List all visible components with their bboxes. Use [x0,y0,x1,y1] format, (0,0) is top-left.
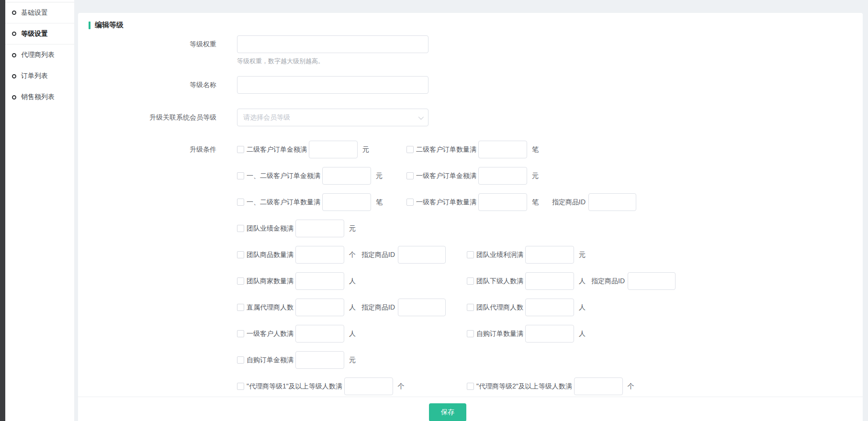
product-id-label: 指定商品ID [361,251,395,259]
member-level-placeholder: 请选择会员等级 [243,113,290,122]
edit-level-panel: 编辑等级 等级权重 等级权重，数字越大级别越高。 等级名称 升级关联系统会员等级… [78,13,863,421]
form-row-conditions: 升级条件 二级客户订单金额满 元 二级客户订单数量满 [89,141,863,397]
condition-checkbox[interactable] [237,383,244,390]
condition-value-input[interactable] [322,167,371,185]
circle-icon [12,53,16,57]
form-footer: 保存 [78,397,863,421]
condition-value-input[interactable] [574,377,623,395]
product-id-label: 指定商品ID [361,303,395,312]
condition-checkbox[interactable] [467,330,474,337]
condition-checkbox[interactable] [237,146,244,153]
product-id-input[interactable] [588,193,636,211]
condition-value-input[interactable] [525,299,574,316]
condition-row: 二级客户订单金额满 元 二级客户订单数量满 笔 [237,141,676,158]
condition-value-input[interactable] [525,325,574,343]
condition-value-input[interactable] [295,246,344,264]
save-button[interactable]: 保存 [429,403,466,421]
condition-unit: 个 [398,382,405,391]
condition-label: 直属代理商人数 [247,303,293,312]
condition-unit: 元 [349,356,356,365]
condition-unit: 笔 [532,145,539,154]
condition-item: 团队商品数量满 个 指定商品ID [237,246,467,264]
condition-label: "代理商等级1"及以上等级人数满 [247,382,342,391]
condition-unit: 个 [349,251,356,259]
condition-label: "代理商等级2"及以上等级人数满 [476,382,572,391]
sidebar-item-sales-list[interactable]: 销售额列表 [5,87,74,108]
condition-row: 自购订单金额满 元 [237,351,676,369]
condition-checkbox[interactable] [237,199,244,206]
condition-unit: 元 [376,172,383,180]
product-id-input[interactable] [398,246,446,264]
condition-unit: 人 [579,277,586,286]
condition-value-input[interactable] [478,167,527,185]
condition-value-input[interactable] [295,220,344,237]
member-level-select[interactable]: 请选择会员等级 [237,109,428,126]
condition-label: 一、二级客户订单金额满 [247,172,320,180]
condition-unit: 人 [579,303,586,312]
accent-bar-icon [89,22,90,29]
condition-row: 一、二级客户订单金额满 元 一级客户订单金额满 元 [237,167,676,185]
condition-item: 团队业绩金额满 元 [237,220,467,237]
condition-checkbox[interactable] [237,330,244,337]
condition-unit: 元 [362,145,369,154]
condition-row: 团队商家数量满 人 团队下级人数满 人 指定商品ID [237,272,676,290]
sidebar-item-label: 订单列表 [21,72,48,80]
product-id-label: 指定商品ID [552,198,586,207]
condition-checkbox[interactable] [237,356,244,364]
condition-value-input[interactable] [344,377,393,395]
condition-unit: 人 [579,330,586,338]
condition-checkbox[interactable] [237,225,244,232]
condition-checkbox[interactable] [467,304,474,311]
condition-item: 团队下级人数满 人 指定商品ID [467,272,676,290]
condition-checkbox[interactable] [406,199,414,206]
condition-unit: 元 [349,224,356,233]
sidebar-item-agent-list[interactable]: 代理商列表 [5,44,74,66]
condition-item: 团队代理商人数 人 [467,299,586,316]
condition-checkbox[interactable] [237,251,244,258]
condition-row: 团队商品数量满 个 指定商品ID 团队业绩利润满 元 [237,246,676,264]
product-id-input[interactable] [628,272,676,290]
condition-unit: 笔 [532,198,539,207]
weight-input[interactable] [237,35,428,53]
condition-item: "代理商等级1"及以上等级人数满 个 [237,377,467,395]
member-level-label: 升级关联系统会员等级 [89,109,237,126]
circle-icon [12,11,16,15]
sidebar-item-level-settings[interactable]: 等级设置 [5,23,74,44]
sidebar-item-basic-settings[interactable]: 基础设置 [5,2,74,23]
condition-label: 团队商家数量满 [247,277,293,286]
condition-item: 一、二级客户订单数量满 笔 [237,193,406,211]
condition-checkbox[interactable] [406,172,414,179]
condition-row: "代理商等级1"及以上等级人数满 个 "代理商等级2"及以上等级人数满 个 [237,377,676,395]
condition-label: 二级客户订单数量满 [416,145,476,154]
edit-level-form: 编辑等级 等级权重 等级权重，数字越大级别越高。 等级名称 升级关联系统会员等级… [78,13,863,397]
condition-label: 一、二级客户订单数量满 [247,198,320,207]
condition-checkbox[interactable] [467,383,474,390]
weight-hint: 等级权重，数字越大级别越高。 [237,57,428,66]
condition-value-input[interactable] [322,193,371,211]
condition-value-input[interactable] [295,272,344,290]
condition-checkbox[interactable] [467,251,474,258]
condition-value-input[interactable] [295,325,344,343]
name-input[interactable] [237,76,428,94]
condition-checkbox[interactable] [237,172,244,179]
condition-checkbox[interactable] [406,146,414,153]
product-id-input[interactable] [398,299,446,316]
condition-checkbox[interactable] [237,304,244,311]
sidebar-item-label: 代理商列表 [21,51,55,59]
condition-value-input[interactable] [309,141,358,158]
condition-value-input[interactable] [295,351,344,369]
condition-checkbox[interactable] [237,277,244,285]
condition-unit: 元 [532,172,539,180]
condition-item: 二级客户订单金额满 元 [237,141,406,158]
sidebar: 基础设置 等级设置 代理商列表 订单列表 销售额列表 [5,0,74,421]
condition-label: 团队业绩利润满 [476,251,523,259]
sidebar-item-order-list[interactable]: 订单列表 [5,66,74,87]
condition-value-input[interactable] [295,299,344,316]
condition-unit: 元 [579,251,586,259]
condition-value-input[interactable] [478,193,527,211]
condition-value-input[interactable] [478,141,527,158]
condition-value-input[interactable] [525,272,574,290]
condition-checkbox[interactable] [467,277,474,285]
condition-value-input[interactable] [525,246,574,264]
condition-item: 一级客户订单金额满 元 [406,167,539,185]
